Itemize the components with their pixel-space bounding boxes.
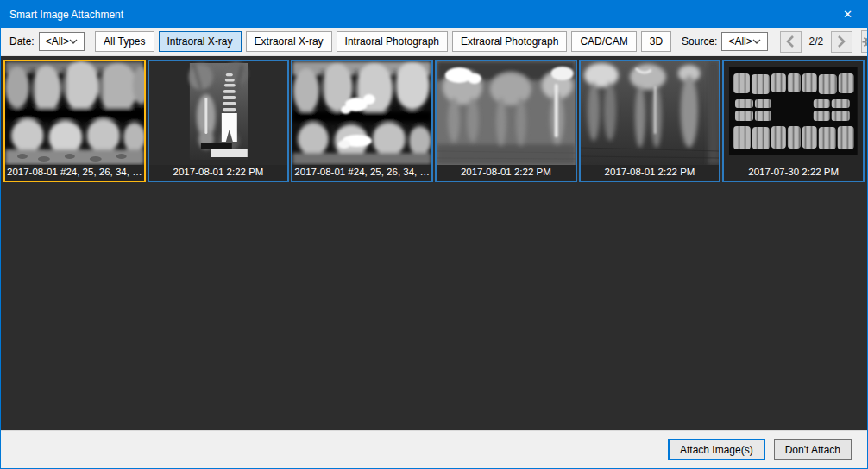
thumbnail-caption: 2017-07-30 2:22 PM [724,165,863,181]
filter-extraoral-xray-button[interactable]: Extraoral X-ray [246,31,332,52]
thumbnail-tile-2[interactable]: 2017-08-01 2:22 PM [148,60,290,182]
thumbnail-caption: 2017-08-01 #24, 25, 26, 34, 3... [292,165,431,181]
footer-bar: Attach Image(s) Don't Attach [1,430,867,468]
chevron-right-icon [836,35,846,48]
thumbnail-caption: 2017-08-01 2:22 PM [149,165,288,181]
close-button[interactable]: ✕ [828,1,867,28]
previous-page-button[interactable] [780,31,802,53]
date-filter-value: <All> [46,35,69,48]
pagination: 2/2 [780,31,852,53]
thumbnail-caption: 2017-08-01 #24, 25, 26, 34, 3... [5,165,144,181]
source-filter-value: <All> [728,35,752,48]
attach-images-button[interactable]: Attach Image(s) [668,439,765,460]
periapical-dark-xray-image [581,61,720,165]
chevron-left-icon [785,35,796,48]
gear-icon [862,35,868,48]
titlebar: Smart Image Attachment ✕ [1,1,867,28]
thumbnail-tile-5[interactable]: 2017-08-01 2:22 PM [579,60,721,182]
thumbnail-tile-4[interactable]: 2017-08-01 2:22 PM [435,60,577,182]
filter-all-types-button[interactable]: All Types [95,31,154,52]
settings-button[interactable] [861,30,868,53]
window-title: Smart Image Attachment [1,9,828,21]
thumbnail-caption: 2017-08-01 2:22 PM [437,165,576,181]
implant-xray-image [149,61,288,165]
thumbnail-tile-1[interactable]: 2017-08-01 #24, 25, 26, 34, 3... [3,60,146,182]
filter-extraoral-photograph-button[interactable]: Extraoral Photograph [452,31,567,52]
filter-intraoral-photograph-button[interactable]: Intraoral Photograph [337,31,448,52]
fmx-xray-image [724,61,863,165]
filter-toolbar: Date: <All> All Types Intraoral X-ray Ex… [1,28,867,56]
source-filter-dropdown[interactable]: <All> [721,32,767,51]
close-icon: ✕ [843,8,852,21]
thumbnail-tile-3[interactable]: 2017-08-01 #24, 25, 26, 34, 3... [291,60,433,182]
date-label: Date: [9,35,35,48]
bitewing-fillings-xray-image [292,61,431,165]
next-page-button[interactable] [831,31,852,53]
dont-attach-button[interactable]: Don't Attach [774,439,852,460]
thumbnail-tile-6[interactable]: 2017-07-30 2:22 PM [722,60,865,182]
thumbnail-caption: 2017-08-01 2:22 PM [581,165,720,181]
thumbnail-strip: 2017-08-01 #24, 25, 26, 34, 3... [3,60,865,182]
date-filter-dropdown[interactable]: <All> [39,32,85,51]
filter-3d-button[interactable]: 3D [641,31,671,52]
filter-intraoral-xray-button[interactable]: Intraoral X-ray [159,31,242,52]
smart-image-attachment-dialog: Smart Image Attachment ✕ Date: <All> All… [0,0,868,469]
source-label: Source: [682,35,717,48]
page-indicator: 2/2 [802,35,831,48]
periapical-xray-image [437,61,576,165]
filter-cadcam-button[interactable]: CAD/CAM [571,31,636,52]
image-browser-area: 2017-08-01 #24, 25, 26, 34, 3... [1,56,867,430]
chevron-down-icon [69,39,78,44]
bitewing-xray-image [5,61,144,165]
chevron-down-icon [752,39,761,44]
